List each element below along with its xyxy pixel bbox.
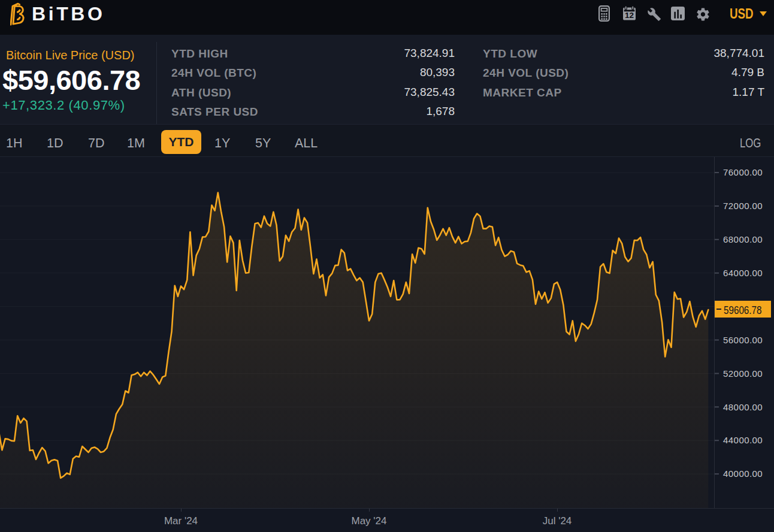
svg-text:44000.00: 44000.00 [723,435,763,445]
svg-text:59606.78: 59606.78 [724,304,762,316]
svg-text:64000.00: 64000.00 [723,268,763,278]
svg-text:48000.00: 48000.00 [723,402,763,412]
svg-text:56000.00: 56000.00 [723,335,763,345]
svg-text:76000.00: 76000.00 [723,167,763,177]
svg-text:68000.00: 68000.00 [723,234,763,244]
svg-text:40000.00: 40000.00 [723,468,763,479]
svg-text:52000.00: 52000.00 [723,368,763,379]
svg-text:12: 12 [625,11,634,20]
svg-text:72000.00: 72000.00 [723,201,763,211]
